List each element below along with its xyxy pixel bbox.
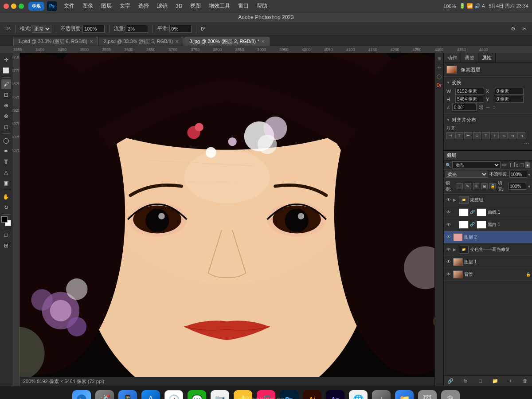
layer-item-bw[interactable]: 👁 🔗 黑白 1 xyxy=(444,219,532,231)
dist-h-center[interactable]: ⫥ xyxy=(509,132,516,139)
tab-1-close[interactable]: ✕ xyxy=(90,39,93,44)
more-icon[interactable]: ⋯ xyxy=(523,140,529,147)
layer-vis-curves[interactable]: 👁 xyxy=(446,209,452,215)
maximize-button[interactable] xyxy=(19,4,24,9)
opacity-value[interactable] xyxy=(509,171,527,178)
angle-input[interactable] xyxy=(452,104,477,111)
more-options[interactable]: ⋯ xyxy=(446,139,529,148)
rotate-view-tool[interactable]: ↻ xyxy=(1,203,11,212)
brush-settings-icon[interactable]: ⚙ xyxy=(508,24,518,34)
layer-item-group2[interactable]: 👁 ▶ 📁 变色鱼——高光修复 xyxy=(444,243,532,256)
layer-vis-group2[interactable]: 👁 xyxy=(446,246,452,253)
align-bottom[interactable]: ⊦ xyxy=(491,132,499,139)
group-arrow[interactable]: ▶ xyxy=(453,198,458,202)
lock-position[interactable]: ✛ xyxy=(473,183,480,189)
dist-h-left[interactable]: ⫤ xyxy=(500,132,508,139)
add-mask-button[interactable]: □ xyxy=(477,377,485,384)
dock-finder[interactable]: ⌂ xyxy=(71,389,92,399)
fill-value[interactable] xyxy=(509,183,526,190)
dock-photos[interactable]: 📷 xyxy=(209,389,231,399)
dock-music[interactable]: 🎵 xyxy=(255,389,277,399)
align-header[interactable]: ▼ 对齐并分布 xyxy=(446,116,529,124)
color-swatches[interactable] xyxy=(1,216,11,226)
tab-2[interactable]: 2.psd @ 33.3% (图层 5, RGB/8) ✕ xyxy=(99,37,184,46)
menu-view[interactable]: 视图 xyxy=(187,1,204,11)
height-input[interactable] xyxy=(455,96,484,103)
fill-chevron[interactable]: ▾ xyxy=(528,184,530,189)
menu-file[interactable]: 文件 xyxy=(60,1,78,11)
panel-icon-2[interactable]: ✏ xyxy=(436,64,443,71)
menu-help[interactable]: 帮助 xyxy=(253,1,271,11)
dock-appstore[interactable]: A xyxy=(140,389,161,399)
eraser-tool[interactable]: ◻ xyxy=(1,122,11,132)
flip-h-icon[interactable]: ↔ xyxy=(485,104,491,110)
pen-tool[interactable]: ✒ xyxy=(1,146,11,156)
lock-transparency[interactable]: ⬚ xyxy=(457,183,463,189)
clone-tool[interactable]: ⊗ xyxy=(1,111,11,121)
dock-ae[interactable]: Ae xyxy=(325,389,346,399)
brush-tool[interactable]: 🖌 xyxy=(1,79,11,89)
tab-properties[interactable]: 属性 xyxy=(478,53,496,63)
dock-launchpad[interactable]: 🚀 xyxy=(94,389,115,399)
zoom-tool[interactable]: ⬜ xyxy=(1,66,11,75)
screen-mode[interactable]: ⊞ xyxy=(1,241,11,250)
flip-v-icon[interactable]: ↕ xyxy=(493,104,495,110)
mode-option[interactable]: 模式: 正常 xyxy=(19,24,53,33)
crop-tool[interactable]: ⊡ xyxy=(1,90,11,100)
x-input[interactable] xyxy=(495,88,524,95)
new-layer-button[interactable]: + xyxy=(506,377,514,384)
panel-icon-dr[interactable]: Dr xyxy=(436,82,443,89)
link-icon[interactable]: ⛓ xyxy=(478,104,484,110)
tab-3[interactable]: 3.jpg @ 200% (图层 2, RGB/8) * ✕ xyxy=(184,37,270,46)
y-input[interactable] xyxy=(495,96,524,103)
blend-mode-select[interactable]: 柔光 xyxy=(446,171,488,178)
align-top[interactable]: ⊥ xyxy=(473,132,481,139)
layer-item-2[interactable]: 👁 图层 2 xyxy=(444,231,532,243)
dock-clock[interactable]: 🕐 xyxy=(163,389,184,399)
gradient-tool[interactable]: ▣ xyxy=(1,178,11,188)
tab-1[interactable]: 1.psd @ 33.3% (图层 6, RGB/8) ✕ xyxy=(13,37,98,46)
layer-vis-group[interactable]: 👁 xyxy=(446,197,452,203)
shape-tool[interactable]: △ xyxy=(1,168,11,177)
lock-artboard[interactable]: ⊞ xyxy=(481,183,488,189)
layer-vis-bg[interactable]: 👁 xyxy=(446,271,452,278)
layer-type-select[interactable]: 类型 xyxy=(452,161,501,168)
delete-layer-button[interactable]: 🗑 xyxy=(521,377,529,384)
layer-vis-1[interactable]: 👁 xyxy=(446,259,452,265)
new-group-button[interactable]: 📁 xyxy=(491,377,499,384)
tab-adjustments[interactable]: 调整 xyxy=(461,53,478,63)
layer-item-bg[interactable]: 👁 背景 🔒 xyxy=(444,268,532,281)
foreground-color[interactable] xyxy=(1,216,8,223)
dock-preview[interactable]: 🖼 xyxy=(417,389,438,399)
close-button[interactable] xyxy=(4,4,9,9)
panel-icon-3[interactable]: ◯ xyxy=(436,73,443,80)
align-center-v[interactable]: ⊤ xyxy=(482,132,490,139)
dist-h-right[interactable]: ⫣ xyxy=(517,132,525,139)
layer-vis-2[interactable]: 👁 xyxy=(446,234,452,240)
heal-tool[interactable]: ⊕ xyxy=(1,101,11,110)
menu-plugins[interactable]: 增效工具 xyxy=(205,1,234,11)
smooth-input[interactable] xyxy=(169,25,192,33)
dock-trash[interactable]: 🗑 xyxy=(440,389,461,399)
move-tool[interactable]: ✛ xyxy=(1,55,11,65)
link-layers-button[interactable]: 🔗 xyxy=(446,377,454,384)
layer-item-group[interactable]: 👁 ▶ 📁 规整组 xyxy=(444,194,532,206)
dock-emoji[interactable]: ⭐ xyxy=(232,389,254,399)
canvas-area[interactable]: 200% 8192 像素 × 5464 像素 (72 ppi) xyxy=(20,53,434,386)
menu-layer[interactable]: 图层 xyxy=(98,1,115,11)
layers-adj-icon[interactable]: □ xyxy=(520,161,523,168)
align-left[interactable]: ⊣ xyxy=(446,132,454,139)
dock-files[interactable]: 📁 xyxy=(394,389,415,399)
tab-2-close[interactable]: ✕ xyxy=(175,39,179,44)
menu-image[interactable]: 图像 xyxy=(79,1,97,11)
dock-browser[interactable]: 🌐 xyxy=(348,389,369,399)
dock-wechat[interactable]: 💬 xyxy=(186,389,207,399)
align-right[interactable]: ⊢ xyxy=(464,132,472,139)
extra-tools-icon[interactable]: ✂ xyxy=(520,24,529,34)
layers-fx-icon[interactable]: fx xyxy=(514,161,519,168)
width-input[interactable] xyxy=(455,88,484,95)
opacity-input[interactable] xyxy=(82,25,105,33)
tab-actions[interactable]: 动作 xyxy=(444,53,461,63)
layers-link-icon[interactable]: T xyxy=(509,161,512,168)
layers-filter-icon[interactable]: ✏ xyxy=(502,161,507,168)
